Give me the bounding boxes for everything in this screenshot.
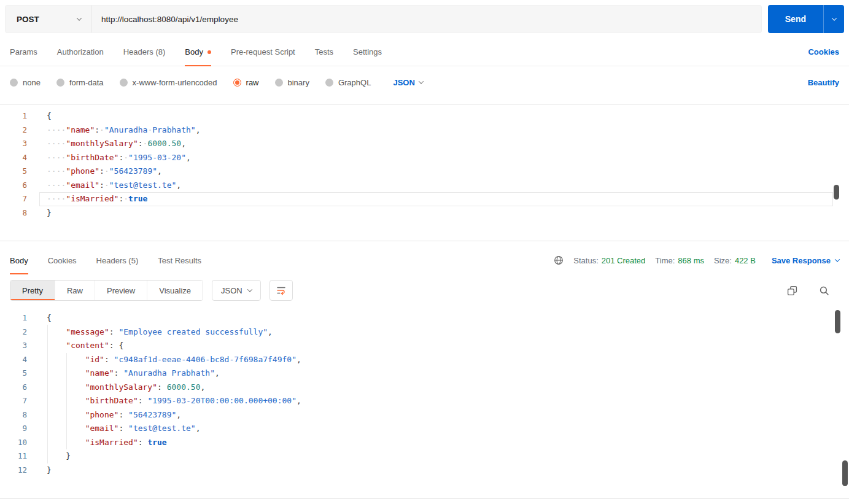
send-options-button[interactable] bbox=[823, 5, 844, 33]
code-token bbox=[109, 355, 114, 364]
request-language-selector[interactable]: JSON bbox=[393, 78, 422, 87]
body-mode-graphql[interactable]: GraphQL bbox=[325, 78, 371, 87]
request-body-editor[interactable]: 1{2····"name":·"Anuradha·Prabhath",3····… bbox=[0, 104, 849, 241]
code-text: "phone": "56423789", bbox=[39, 408, 849, 422]
tab-headers-5[interactable]: Headers (5) bbox=[96, 246, 139, 274]
code-line: 11 } bbox=[0, 449, 849, 463]
cookies-link[interactable]: Cookies bbox=[808, 47, 839, 56]
tab-headers-8[interactable]: Headers (8) bbox=[123, 38, 166, 66]
line-number: 8 bbox=[0, 408, 39, 422]
request-editor-lines: 1{2····"name":·"Anuradha·Prabhath",3····… bbox=[0, 109, 849, 220]
code-token: "1995-03-20T00:00:00.000+00:00" bbox=[147, 396, 297, 405]
code-token: , bbox=[215, 368, 220, 378]
code-token: { bbox=[47, 313, 52, 322]
body-mode-form-data[interactable]: form-data bbox=[56, 78, 104, 87]
code-token: "content" bbox=[66, 341, 109, 350]
chevron-down-icon bbox=[835, 257, 840, 262]
size-value: 422 B bbox=[735, 256, 756, 265]
code-token: "message" bbox=[66, 327, 109, 336]
code-text: { bbox=[39, 109, 849, 123]
response-toolbar: PrettyRawPreviewVisualize JSON bbox=[0, 277, 849, 304]
time-label: Time: bbox=[655, 256, 675, 265]
indent-guide bbox=[47, 325, 48, 463]
code-token: { bbox=[118, 341, 123, 350]
line-number: 6 bbox=[0, 381, 39, 395]
code-token: · bbox=[104, 166, 109, 176]
response-scrollbar[interactable] bbox=[835, 310, 840, 333]
code-token: "56423789" bbox=[128, 410, 176, 419]
wrap-lines-button[interactable] bbox=[269, 280, 293, 301]
body-mode-binary[interactable]: binary bbox=[275, 78, 309, 87]
tab-label: Cookies bbox=[48, 256, 77, 265]
response-view-group: PrettyRawPreviewVisualize bbox=[10, 280, 203, 301]
body-mode-none[interactable]: none bbox=[10, 78, 41, 87]
view-raw[interactable]: Raw bbox=[55, 281, 95, 300]
tab-authorization[interactable]: Authorization bbox=[57, 38, 104, 66]
body-mode-raw[interactable]: raw bbox=[233, 78, 259, 87]
body-mode-x-www-form-urlencoded[interactable]: x-www-form-urlencoded bbox=[120, 78, 217, 87]
indent-guide bbox=[66, 353, 67, 449]
save-response-button[interactable]: Save Response bbox=[772, 256, 839, 265]
beautify-link[interactable]: Beautify bbox=[808, 78, 839, 87]
send-button[interactable]: Send bbox=[768, 5, 823, 33]
tab-label: Pre-request Script bbox=[231, 47, 295, 56]
code-token: , bbox=[186, 153, 191, 162]
code-text: ····"monthlySalary":·6000.50, bbox=[39, 137, 849, 151]
line-number: 11 bbox=[0, 449, 39, 463]
code-token: , bbox=[297, 396, 301, 405]
code-token: "Anuradha Prabhath" bbox=[123, 368, 215, 378]
tab-test-results[interactable]: Test Results bbox=[158, 246, 201, 274]
radio-icon bbox=[325, 79, 333, 87]
tab-settings[interactable]: Settings bbox=[353, 38, 382, 66]
tab-tests[interactable]: Tests bbox=[315, 38, 333, 66]
line-number: 4 bbox=[0, 151, 39, 165]
code-line: 6····"email":·"test@test.te", bbox=[0, 179, 849, 193]
code-token: : bbox=[99, 166, 104, 176]
view-preview[interactable]: Preview bbox=[95, 281, 147, 300]
search-button[interactable] bbox=[817, 284, 831, 297]
copy-button[interactable] bbox=[785, 284, 799, 297]
tab-label: Headers (5) bbox=[96, 256, 139, 265]
code-token: "isMarried" bbox=[85, 438, 138, 447]
code-token: : bbox=[95, 125, 99, 134]
code-token: : bbox=[138, 438, 143, 447]
body-has-content-dot bbox=[207, 50, 211, 54]
response-viewer-lines: 1{2 "message": "Employee created success… bbox=[0, 311, 849, 477]
tab-label: Authorization bbox=[57, 47, 104, 56]
line-number: 12 bbox=[0, 463, 39, 478]
response-viewer[interactable]: 1{2 "message": "Employee created success… bbox=[0, 304, 849, 477]
code-token: , bbox=[176, 410, 181, 419]
url-input[interactable]: http://localhost:8080/api/v1/employee bbox=[91, 15, 238, 24]
code-text: ····"birthDate":·"1995-03-20", bbox=[39, 151, 849, 165]
code-token: "monthlySalary" bbox=[66, 139, 138, 148]
code-token: : bbox=[104, 355, 109, 364]
code-token: "birthDate" bbox=[85, 396, 138, 405]
code-token: "phone" bbox=[85, 410, 119, 419]
code-token: "monthlySalary" bbox=[85, 382, 157, 392]
code-token bbox=[123, 424, 128, 433]
tab-body[interactable]: Body bbox=[10, 246, 28, 274]
response-language-selector[interactable]: JSON bbox=[212, 280, 261, 301]
code-text: "message": "Employee created successfull… bbox=[39, 325, 849, 339]
code-token bbox=[47, 451, 66, 460]
tab-params[interactable]: Params bbox=[10, 38, 37, 66]
page-scrollbar[interactable] bbox=[842, 460, 848, 486]
code-line: 5····"phone":·"56423789", bbox=[0, 165, 849, 179]
tab-pre-request-script[interactable]: Pre-request Script bbox=[231, 38, 295, 66]
status-label: Status: bbox=[573, 256, 598, 265]
status-value: 201 Created bbox=[602, 256, 646, 265]
line-number: 8 bbox=[0, 206, 39, 220]
method-selector[interactable]: POST bbox=[6, 6, 91, 33]
divider bbox=[0, 498, 849, 499]
code-line: 8 "phone": "56423789", bbox=[0, 408, 849, 422]
line-number: 10 bbox=[0, 436, 39, 450]
tab-body[interactable]: Body bbox=[185, 38, 211, 66]
copy-icon bbox=[787, 285, 797, 296]
request-tabs-row: ParamsAuthorizationHeaders (8)BodyPre-re… bbox=[0, 38, 849, 66]
view-pretty[interactable]: Pretty bbox=[10, 281, 55, 300]
code-text: } bbox=[39, 463, 849, 478]
code-token: , bbox=[157, 166, 162, 176]
view-visualize[interactable]: Visualize bbox=[147, 281, 203, 300]
tab-cookies[interactable]: Cookies bbox=[48, 246, 77, 274]
editor-scrollbar[interactable] bbox=[834, 185, 839, 200]
